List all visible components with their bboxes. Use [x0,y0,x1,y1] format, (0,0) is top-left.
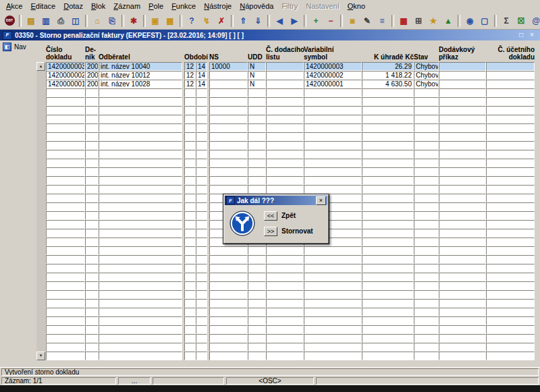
app-logo-icon[interactable]: DBT [2,13,17,28]
dialog-button-back[interactable]: <<Zpět [264,211,313,221]
cell-c-dodaciho-listu[interactable] [266,167,304,176]
cell-odberatel[interactable] [99,325,182,334]
cell-stav[interactable]: Chybový [414,80,439,88]
cell-c-ucetniho-dokladu[interactable] [486,334,535,343]
cell-cislo-dokladu[interactable] [46,290,85,299]
cell-c-dodaciho-listu[interactable] [266,290,304,299]
cell-c-ucetniho-dokladu[interactable] [486,71,535,80]
cell-c-dodaciho-listu[interactable] [266,123,304,132]
cell-ns[interactable] [209,246,248,255]
cell-ns[interactable] [209,299,248,308]
menu-editace[interactable]: Editace [26,1,59,11]
cell-k-uhrade-kc[interactable] [362,281,414,290]
cell-denik[interactable] [85,115,99,123]
cell-dodavkovy-prikaz[interactable] [439,132,486,141]
cell-udd[interactable] [248,352,266,360]
cell-obdobi-rok[interactable] [196,123,207,132]
cell-c-dodaciho-listu[interactable] [266,97,304,106]
cell-stav[interactable] [414,202,439,211]
cell-cislo-dokladu[interactable]: 1420000003 [46,62,85,71]
cell-variabilni-symbol[interactable] [304,185,362,194]
table-row[interactable] [46,167,535,176]
cell-dodavkovy-prikaz[interactable] [439,308,486,316]
scroll-up-button[interactable]: ▲ [36,62,45,71]
cell-cislo-dokladu[interactable] [46,264,85,273]
cell-obdobi-mesic[interactable] [184,202,196,211]
cell-k-uhrade-kc[interactable] [362,167,414,176]
calendar-icon[interactable]: ▦ [396,13,411,28]
cell-stav[interactable] [414,211,439,220]
cell-ns[interactable] [209,281,248,290]
cell-odberatel[interactable] [99,185,182,194]
cell-obdobi-rok[interactable] [196,281,207,290]
table-row[interactable] [46,334,535,343]
cell-c-ucetniho-dokladu[interactable] [486,316,535,325]
edit-icon[interactable]: ✎ [360,13,375,28]
cell-obdobi-mesic[interactable] [184,211,196,220]
cell-variabilni-symbol[interactable] [304,106,362,115]
cell-ns[interactable] [209,325,248,334]
cell-k-uhrade-kc[interactable]: 26.29 [362,62,414,71]
cell-obdobi-rok[interactable]: 14 [196,71,207,80]
cell-ns[interactable] [209,176,248,185]
cell-stav[interactable] [414,290,439,299]
cell-denik[interactable] [85,237,99,246]
cell-odberatel[interactable] [99,176,182,185]
home-icon[interactable]: ⌂ [90,13,105,28]
cell-stav[interactable] [414,220,439,229]
cell-k-uhrade-kc[interactable] [362,150,414,159]
cell-c-dodaciho-listu[interactable] [266,273,304,281]
cell-obdobi-rok[interactable] [196,97,207,106]
menu-nastaveni[interactable]: Nastavení [302,1,344,11]
cell-variabilni-symbol[interactable] [304,334,362,343]
cell-dodavkovy-prikaz[interactable] [439,123,486,132]
sum-icon[interactable]: Σ [499,13,514,28]
cell-obdobi-mesic[interactable]: 12 [184,71,196,80]
cell-variabilni-symbol[interactable]: 1420000001 [304,80,362,88]
mail-icon[interactable]: @ [529,13,540,28]
cell-denik[interactable] [85,194,99,202]
cell-denik[interactable] [85,141,99,150]
folder-icon[interactable]: ▣ [148,13,163,28]
close-button[interactable]: × [528,31,536,39]
cell-obdobi-mesic[interactable] [184,308,196,316]
cell-denik[interactable]: 200 [85,62,99,71]
cell-denik[interactable] [85,246,99,255]
restore-button[interactable]: □ [517,31,525,39]
cell-variabilni-symbol[interactable] [304,343,362,352]
cell-k-uhrade-kc[interactable] [362,202,414,211]
cell-denik[interactable] [85,211,99,220]
cell-cislo-dokladu[interactable] [46,325,85,334]
cell-udd[interactable] [248,334,266,343]
cell-odberatel[interactable] [99,88,182,97]
cell-c-ucetniho-dokladu[interactable] [486,141,535,150]
cell-k-uhrade-kc[interactable] [362,194,414,202]
cell-dodavkovy-prikaz[interactable] [439,185,486,194]
table-row[interactable] [46,123,535,132]
cell-c-dodaciho-listu[interactable] [266,264,304,273]
cell-c-ucetniho-dokladu[interactable] [486,62,535,71]
cell-denik[interactable] [85,352,99,360]
cell-odberatel[interactable] [99,308,182,316]
cell-variabilni-symbol[interactable] [304,316,362,325]
cell-c-ucetniho-dokladu[interactable] [486,132,535,141]
dialog-button-symbol-storno[interactable]: >> [264,227,277,236]
cell-ns[interactable] [209,185,248,194]
cell-stav[interactable] [414,176,439,185]
menu-pole[interactable]: Pole [144,1,167,11]
cell-obdobi-rok[interactable] [196,343,207,352]
cell-c-ucetniho-dokladu[interactable] [486,194,535,202]
cell-obdobi-mesic[interactable] [184,185,196,194]
favorites-icon[interactable]: ★ [426,13,441,28]
table-row[interactable] [46,159,535,167]
save-icon[interactable]: ▥ [38,13,53,28]
table-row[interactable] [46,352,535,360]
cell-obdobi-mesic[interactable] [184,176,196,185]
cell-stav[interactable] [414,273,439,281]
cell-c-dodaciho-listu[interactable] [266,80,304,88]
cell-cislo-dokladu[interactable] [46,97,85,106]
cell-variabilni-symbol[interactable] [304,325,362,334]
cell-cislo-dokladu[interactable]: 1420000001 [46,80,85,88]
stop-icon[interactable]: ✱ [126,13,141,28]
cell-stav[interactable] [414,159,439,167]
